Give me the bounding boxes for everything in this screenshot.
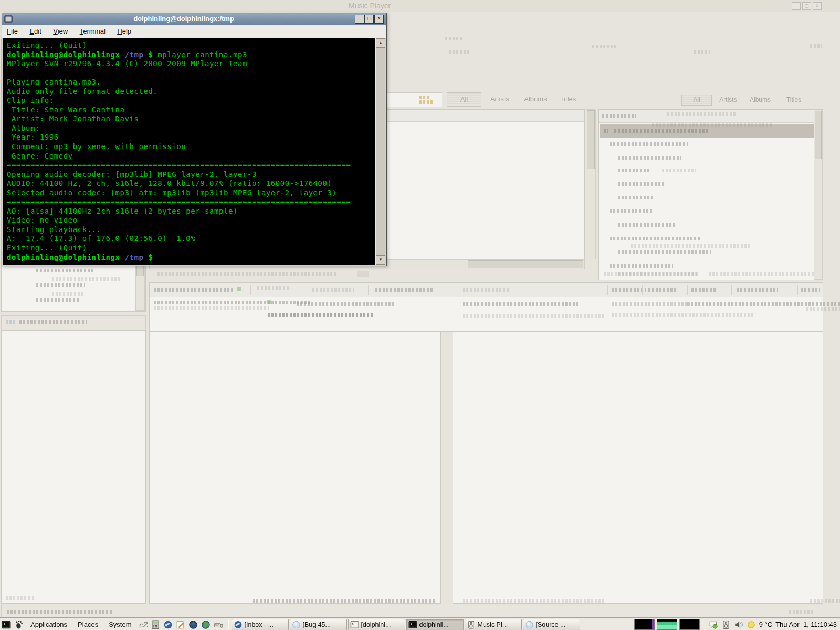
scroll-up-icon[interactable]: ▲ [376,38,385,48]
ghost-text-smudge [602,114,636,118]
selected-album-row[interactable] [600,124,822,138]
terminal-output[interactable]: Exiting... (Quit)dolphinling@dolphinling… [3,38,375,265]
globe-green-icon[interactable] [201,620,211,630]
filter-tab-albums[interactable]: Albums [520,95,551,103]
ghost-text-smudge [604,272,698,276]
filter-tab-titles[interactable]: Titles [555,95,581,103]
ghost-text-smudge [592,45,616,48]
play-queue-header[interactable] [1,315,146,330]
ghost-text-smudge [610,209,652,213]
ghost-text-smudge [806,307,840,311]
ghost-text-smudge [449,50,471,54]
menu-terminal[interactable]: Terminal [75,25,110,35]
globe-dark-icon[interactable] [188,620,198,630]
ghost-text-smudge [612,288,646,292]
scrollbar-thumb[interactable] [587,110,595,169]
album-list-header[interactable] [599,110,823,123]
taskbar-window-button[interactable]: dolphinli... [406,619,464,630]
memory-graph-applet[interactable] [657,619,677,630]
notes-icon[interactable] [175,620,186,630]
ghost-text-smudge [463,302,578,306]
terminal-line: Comment: mp3 by xene, with permission [7,142,375,152]
window-list-applet-icon[interactable] [1,620,12,630]
network-graph-applet[interactable] [679,619,700,630]
album-list-scrollbar[interactable] [814,110,823,280]
terminal-line: Clip info: [7,96,375,106]
terminal-line: ========================================… [7,197,375,207]
ghost-text-smudge [154,301,311,304]
ghost-text-smudge [570,111,570,120]
close-icon[interactable]: X [813,2,822,10]
menu-help[interactable]: Help [112,25,136,35]
ghost-text-smudge [737,288,778,292]
filter-tab-artists[interactable]: Artists [485,95,515,103]
ghost-text-smudge [19,320,87,324]
taskbar-window-button[interactable]: [Inbox - ... [232,619,289,630]
taskbar-window-button[interactable]: Music Pl... [465,619,522,630]
ghost-text-smudge [52,292,83,296]
music-player-titlebar[interactable]: Music Player _ ▢ X [0,0,840,12]
album-tab-artists[interactable]: Artists [714,96,742,103]
terminal-line: Playing cantina.mp3. [7,78,375,87]
terminal-titlebar[interactable]: dolphinling@dolphinlingx:/tmp _ ▢ ✕ [2,13,386,25]
ghost-text-smudge [463,599,604,603]
terminal-line: Selected audio codec: [mp3] afm: mp3lib … [7,188,375,198]
album-tab-all[interactable]: All [681,94,712,106]
ghost-text-smudge [618,182,666,186]
terminal-line: Starting playback... [7,225,375,235]
minimize-icon[interactable]: _ [355,15,364,24]
minimize-icon[interactable]: _ [792,2,801,10]
clock-applet[interactable]: Thu Apr 1, 11:10:43 [774,621,840,628]
taskbar-window-button[interactable]: [Source ... [523,619,580,630]
menu-view[interactable]: View [48,25,72,35]
maximize-icon[interactable]: ▢ [802,2,811,10]
ghost-text-smudge [612,302,690,306]
scrollbar-thumb[interactable] [468,260,583,268]
filter-tab-all[interactable]: All [447,92,481,107]
maximize-icon[interactable]: ▢ [364,15,374,24]
menu-places[interactable]: Places [72,618,103,630]
mail-client-icon[interactable] [163,620,173,630]
speaker-icon[interactable] [721,620,731,630]
ghost-text-smudge [631,244,751,248]
ghost-text-smudge [612,313,753,317]
album-tab-albums[interactable]: Albums [746,96,775,103]
scroll-down-icon[interactable]: ▼ [376,255,385,265]
terminal-scrollbar[interactable]: ▲ ▼ [375,38,385,265]
terminal-line: AUDIO: 44100 Hz, 2 ch, s16le, 128.0 kbit… [7,179,375,188]
weather-applet[interactable]: 9 °C [745,620,772,630]
taskbar-window-button[interactable]: [Bug 45... [290,619,347,630]
ghost-text-smudge [419,100,433,104]
window-button-label: [Source ... [536,621,565,628]
ghost-text-smudge [731,285,732,295]
input-devices-icon[interactable] [213,620,224,630]
album-tab-titles[interactable]: Titles [781,96,806,103]
terminal-line: Exiting... (Quit) [7,244,375,253]
ghost-text-smudge [250,285,251,295]
menu-applications[interactable]: Applications [25,618,72,630]
ghost-text-smudge [36,269,95,272]
ghost-text-smudge [652,123,773,127]
track-table-panel [149,282,823,332]
writing-app-icon[interactable]: cZ [138,620,148,630]
scrollbar-thumb[interactable] [376,47,385,256]
terminal-line: Exiting... (Quit) [7,41,375,50]
calculator-icon[interactable] [150,620,161,630]
gnome-foot-icon[interactable] [14,620,24,630]
cpu-graph-applet[interactable] [634,619,655,630]
track-table-header[interactable] [150,283,823,297]
terminal-icon [4,15,13,23]
close-icon[interactable]: ✕ [374,15,384,24]
messenger-icon[interactable] [708,620,719,630]
ghost-text-smudge [154,288,233,292]
scrollbar-thumb[interactable] [815,111,822,159]
menu-file[interactable]: File [2,25,23,35]
web-orb-icon [292,620,301,629]
taskbar-window-button[interactable]: [dolphinl... [348,619,405,630]
artist-list-scrollbar[interactable] [586,109,596,259]
music-player-title: Music Player [349,2,391,10]
volume-icon[interactable] [733,620,744,630]
menu-system[interactable]: System [103,618,136,630]
terminal-line: Artist: Mark Jonathan Davis [7,114,375,124]
menu-edit[interactable]: Edit [25,25,46,35]
